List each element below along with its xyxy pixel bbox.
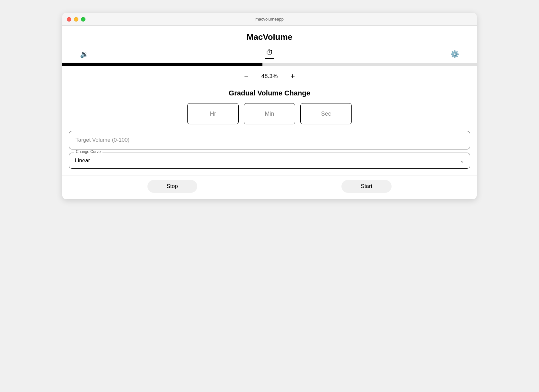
traffic-lights xyxy=(67,17,85,22)
app-header: MacVolume xyxy=(62,26,477,45)
app-window: macvolumeapp MacVolume 🔉 ⏱ ⚙️ − 48.3% + xyxy=(62,13,477,199)
change-curve-section: Change Curve Linear ⌄ xyxy=(69,153,470,169)
settings-icon[interactable]: ⚙️ xyxy=(449,49,461,60)
timer-icon[interactable]: ⏱ xyxy=(266,49,273,57)
nav-underline xyxy=(265,58,274,59)
title-bar: macvolumeapp xyxy=(62,13,477,26)
minute-input-box xyxy=(244,103,295,124)
second-input[interactable] xyxy=(301,111,351,117)
maximize-button[interactable] xyxy=(81,17,85,22)
second-input-box xyxy=(300,103,352,124)
change-curve-label: Change Curve xyxy=(74,149,102,154)
target-volume-input[interactable] xyxy=(75,137,464,143)
target-volume-container xyxy=(69,131,470,149)
volume-decrement-button[interactable]: − xyxy=(241,71,252,81)
stop-button[interactable]: Stop xyxy=(147,180,197,193)
window-title: macvolumeapp xyxy=(255,17,284,22)
start-button[interactable]: Start xyxy=(341,180,392,193)
change-curve-select[interactable]: Linear ⌄ xyxy=(69,153,470,169)
hour-input-box xyxy=(187,103,239,124)
action-buttons: Stop Start xyxy=(62,175,477,199)
volume-percentage: 48.3% xyxy=(258,73,281,80)
volume-increment-button[interactable]: + xyxy=(287,71,298,81)
change-curve-value: Linear xyxy=(75,157,90,164)
app-title: MacVolume xyxy=(247,32,293,42)
close-button[interactable] xyxy=(67,17,71,22)
app-content: MacVolume 🔉 ⏱ ⚙️ − 48.3% + Gradual Volum… xyxy=(62,26,477,199)
volume-icon[interactable]: 🔉 xyxy=(78,49,90,60)
hour-input[interactable] xyxy=(188,111,238,117)
time-inputs xyxy=(62,103,477,131)
slider-section xyxy=(62,63,477,66)
chevron-down-icon: ⌄ xyxy=(460,158,464,164)
volume-control: − 48.3% + xyxy=(62,66,477,89)
section-title: Gradual Volume Change xyxy=(62,89,477,103)
slider-track[interactable] xyxy=(62,63,477,66)
nav-center: ⏱ xyxy=(265,49,274,59)
minimize-button[interactable] xyxy=(74,17,78,22)
nav-bar: 🔉 ⏱ ⚙️ xyxy=(62,45,477,60)
minute-input[interactable] xyxy=(244,111,295,117)
slider-fill xyxy=(62,63,262,66)
